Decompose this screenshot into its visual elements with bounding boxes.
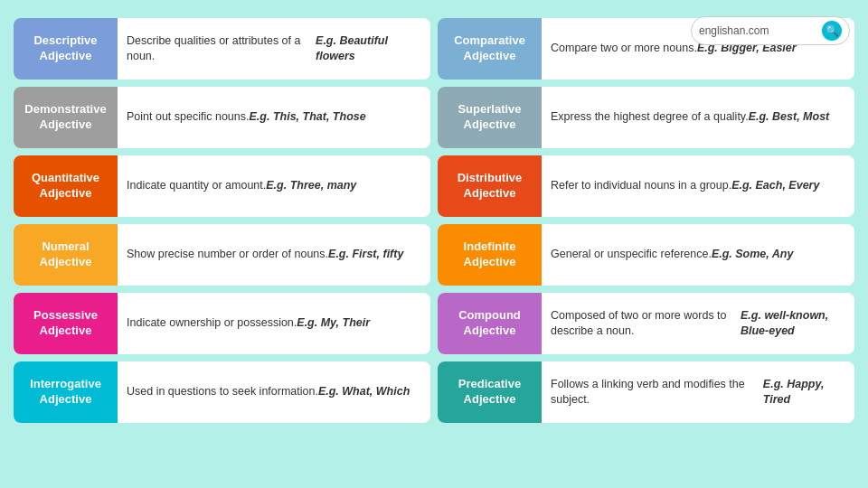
card-label-1: Comparative Adjective: [438, 18, 542, 80]
card-content-7: General or unspecific reference. E.g. So…: [542, 224, 802, 286]
card-content-5: Refer to individual nouns in a group. E.…: [542, 155, 828, 217]
card-label-5: Distributive Adjective: [438, 155, 542, 217]
card-content-9: Composed of two or more words to describ…: [542, 293, 854, 354]
card-demonstrative-adjective: Demonstrative AdjectivePoint out specifi…: [14, 87, 430, 148]
card-content-10: Used in questions to seek information. E…: [118, 361, 419, 423]
search-input[interactable]: [699, 24, 816, 37]
search-button[interactable]: 🔍: [822, 21, 842, 41]
card-content-2: Point out specific nouns. E.g. This, Tha…: [118, 87, 375, 148]
card-content-4: Indicate quantity or amount. E.g. Three,…: [118, 155, 365, 217]
adjectives-grid: Descriptive AdjectiveDescribe qualities …: [0, 14, 868, 432]
card-predicative-adjective: Predicative AdjectiveFollows a linking v…: [438, 361, 854, 423]
card-content-0: Describe qualities or attributes of a no…: [118, 18, 430, 80]
card-descriptive-adjective: Descriptive AdjectiveDescribe qualities …: [14, 18, 430, 80]
card-content-3: Express the highest degree of a quality.…: [542, 87, 838, 148]
card-label-3: Superlative Adjective: [438, 87, 542, 148]
card-label-8: Possessive Adjective: [14, 293, 118, 354]
card-compound-adjective: Compound AdjectiveComposed of two or mor…: [438, 293, 854, 354]
card-label-2: Demonstrative Adjective: [14, 87, 118, 148]
card-possessive-adjective: Possessive AdjectiveIndicate ownership o…: [14, 293, 430, 354]
card-superlative-adjective: Superlative AdjectiveExpress the highest…: [438, 87, 854, 148]
card-label-0: Descriptive Adjective: [14, 18, 118, 80]
card-content-6: Show precise number or order of nouns. E…: [118, 224, 412, 286]
card-label-10: Interrogative Adjective: [14, 361, 118, 423]
card-label-11: Predicative Adjective: [438, 361, 542, 423]
page-title: [0, 0, 868, 14]
search-bar: 🔍: [691, 16, 850, 45]
card-numeral-adjective: Numeral AdjectiveShow precise number or …: [14, 224, 430, 286]
card-quantitative-adjective: Quantitative AdjectiveIndicate quantity …: [14, 155, 430, 217]
card-distributive-adjective: Distributive AdjectiveRefer to individua…: [438, 155, 854, 217]
card-indefinite-adjective: Indefinite AdjectiveGeneral or unspecifi…: [438, 224, 854, 286]
card-content-11: Follows a linking verb and modifies the …: [542, 361, 854, 423]
card-label-6: Numeral Adjective: [14, 224, 118, 286]
card-label-9: Compound Adjective: [438, 293, 542, 354]
card-interrogative-adjective: Interrogative AdjectiveUsed in questions…: [14, 361, 430, 423]
card-label-7: Indefinite Adjective: [438, 224, 542, 286]
card-label-4: Quantitative Adjective: [14, 155, 118, 217]
card-content-8: Indicate ownership or possession. E.g. M…: [118, 293, 379, 354]
